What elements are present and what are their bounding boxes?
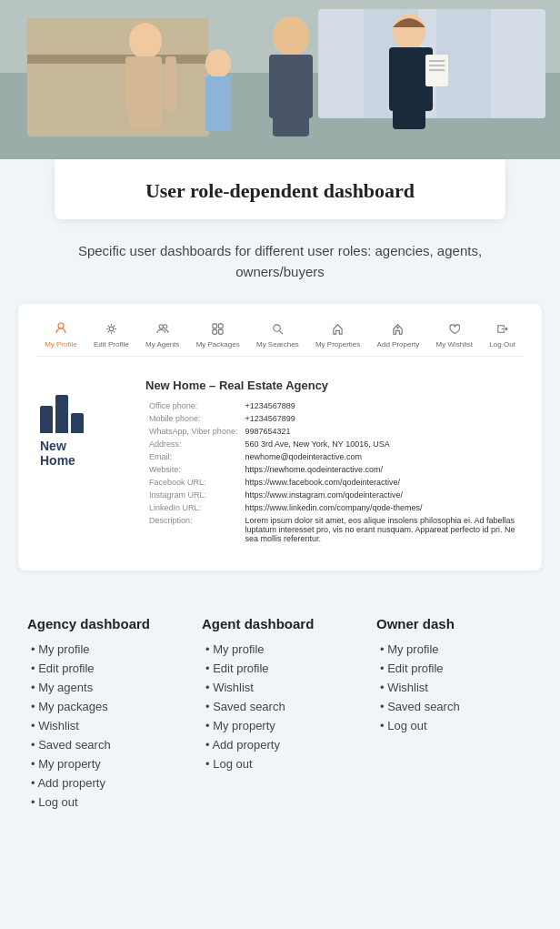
lists-section: Agency dashboard My profile Edit profile…: [0, 589, 560, 833]
list-item: Log out: [27, 795, 184, 809]
nav-item-my-packages[interactable]: My Packages: [196, 323, 240, 348]
nav-item-my-agents[interactable]: My Agents: [145, 323, 179, 348]
hero-image: [0, 0, 560, 159]
svg-rect-2: [27, 18, 209, 136]
nav-item-edit-profile[interactable]: Edit Profile: [94, 323, 129, 348]
value-website[interactable]: https://newhome.qodeinteractive.com/: [241, 463, 520, 476]
home-icon: [332, 323, 344, 338]
nav-label-my-searches: My Searches: [256, 340, 299, 348]
list-item: Saved search: [27, 738, 184, 752]
list-item: My packages: [27, 700, 184, 713]
label-office-phone: Office phone:: [145, 399, 241, 412]
list-item: My profile: [202, 642, 358, 656]
svg-rect-15: [269, 55, 280, 118]
agency-col-title: Agency dashboard: [27, 616, 184, 631]
subtitle-section: Specific user dashboards for different u…: [0, 219, 560, 304]
add-property-icon: [392, 323, 404, 338]
label-linkedin: LinkedIn URL:: [145, 501, 241, 514]
dashboard-card: My Profile Edit Profile My Agents: [18, 304, 542, 571]
list-item: Edit profile: [376, 661, 533, 675]
value-email: newhome@qodeinteractive.com: [241, 450, 520, 463]
search-icon: [272, 323, 284, 338]
svg-rect-19: [389, 47, 400, 111]
nav-item-my-properties[interactable]: My Properties: [315, 323, 360, 348]
nav-item-my-wishlist[interactable]: My Wishlist: [436, 323, 473, 348]
svg-point-28: [163, 324, 166, 328]
svg-rect-30: [219, 323, 224, 328]
logo-icon-bars: [40, 379, 122, 433]
list-item: Edit profile: [202, 661, 358, 675]
nav-label-my-packages: My Packages: [196, 340, 240, 348]
wishlist-icon: [448, 323, 460, 338]
svg-point-27: [159, 324, 163, 328]
list-item: My profile: [27, 642, 184, 656]
nav-item-my-profile[interactable]: My Profile: [45, 322, 77, 348]
profile-content: New Home New Home – Real Estate Agency O…: [36, 371, 524, 552]
label-whatsapp: WhatsApp, Viber phone:: [145, 425, 241, 438]
list-item: Saved search: [202, 700, 358, 713]
svg-rect-16: [302, 55, 313, 118]
info-row-mobile-phone: Mobile phone: +1234567899: [145, 412, 520, 425]
value-address: 560 3rd Ave, New York, NY 10016, USA: [241, 438, 520, 450]
label-mobile-phone: Mobile phone:: [145, 412, 241, 425]
nav-label-my-agents: My Agents: [145, 340, 179, 348]
svg-point-33: [274, 324, 280, 330]
svg-rect-29: [213, 323, 217, 328]
info-row-linkedin: LinkedIn URL: https://www.linkedin.com/c…: [145, 501, 520, 514]
subtitle-text: Specific user dashboards for different u…: [55, 241, 505, 282]
value-linkedin[interactable]: https://www.linkedin.com/company/qode-th…: [241, 501, 520, 514]
owner-dashboard-col: Owner dash My profile Edit profile Wishl…: [376, 616, 533, 814]
agency-logo-text: New Home: [40, 439, 131, 468]
list-item: Log out: [202, 757, 358, 771]
label-website: Website:: [145, 463, 241, 476]
agent-dashboard-col: Agent dashboard My profile Edit profile …: [202, 616, 358, 814]
nav-label-edit-profile: Edit Profile: [94, 340, 129, 348]
list-item: Add property: [27, 776, 184, 790]
logo-bar-3: [71, 413, 84, 433]
agent-col-list: My profile Edit profile Wishlist Saved s…: [202, 642, 358, 771]
agency-info: New Home – Real Estate Agency Office pho…: [145, 379, 520, 545]
agents-icon: [156, 323, 169, 338]
label-facebook: Facebook URL:: [145, 476, 241, 489]
value-office-phone: +1234567889: [241, 399, 520, 412]
title-section: User role-dependent dashboard: [55, 159, 505, 219]
list-item: Edit profile: [27, 661, 184, 675]
nav-label-add-property: Add Property: [377, 340, 420, 348]
svg-rect-32: [219, 329, 224, 334]
svg-rect-3: [27, 55, 209, 64]
nav-item-my-searches[interactable]: My Searches: [256, 323, 299, 348]
label-email: Email:: [145, 450, 241, 463]
logo-bar-1: [40, 406, 53, 433]
list-item: My agents: [27, 681, 184, 694]
value-facebook[interactable]: https://www.facebook.com/qodeinteractive…: [241, 476, 520, 489]
label-address: Address:: [145, 438, 241, 450]
nav-item-log-out[interactable]: Log Out: [489, 323, 515, 348]
agency-info-table: Office phone: +1234567889 Mobile phone: …: [145, 399, 520, 545]
svg-point-11: [205, 49, 231, 78]
logout-icon: [496, 323, 508, 338]
nav-item-add-property[interactable]: Add Property: [377, 323, 420, 348]
value-whatsapp: 9987654321: [241, 425, 520, 438]
packages-icon: [212, 323, 224, 338]
owner-col-title: Owner dash: [376, 616, 533, 631]
person-icon: [55, 322, 67, 338]
value-instagram[interactable]: https://www.instagram.com/qodeinteractiv…: [241, 489, 520, 501]
agent-col-title: Agent dashboard: [202, 616, 358, 631]
list-item: My profile: [376, 642, 533, 656]
info-row-whatsapp: WhatsApp, Viber phone: 9987654321: [145, 425, 520, 438]
svg-point-13: [273, 16, 309, 56]
label-instagram: Instagram URL:: [145, 489, 241, 501]
list-item: Add property: [202, 738, 358, 752]
svg-line-34: [279, 330, 283, 334]
list-item: My property: [202, 719, 358, 732]
info-row-office-phone: Office phone: +1234567889: [145, 399, 520, 412]
value-mobile-phone: +1234567899: [241, 412, 520, 425]
list-item: Wishlist: [202, 681, 358, 694]
nav-label-my-wishlist: My Wishlist: [436, 340, 473, 348]
list-item: Saved search: [376, 700, 533, 713]
agency-col-list: My profile Edit profile My agents My pac…: [27, 642, 184, 809]
page-title: User role-dependent dashboard: [91, 179, 469, 203]
svg-rect-9: [125, 56, 136, 111]
info-row-facebook: Facebook URL: https://www.facebook.com/q…: [145, 476, 520, 489]
info-row-website: Website: https://newhome.qodeinteractive…: [145, 463, 520, 476]
